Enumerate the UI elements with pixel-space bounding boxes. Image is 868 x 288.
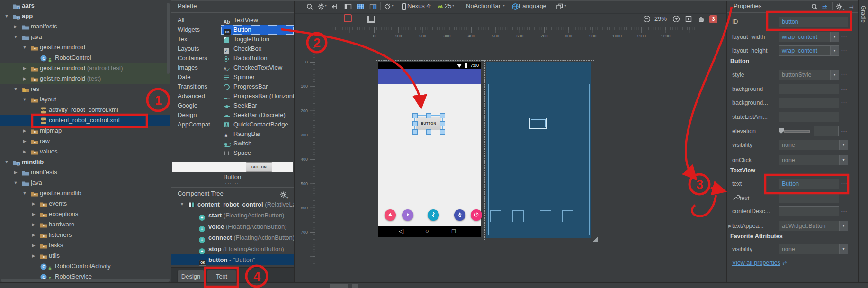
tree-item-java[interactable]: ▼java bbox=[0, 178, 170, 188]
palette-widget-SeekBar (Discrete)[interactable]: SeekBar (Discrete) bbox=[221, 110, 294, 120]
palette-widget-Space[interactable]: Space bbox=[221, 148, 294, 158]
component-stop[interactable]: +stop (FloatingActionButton) bbox=[171, 243, 294, 254]
chevron-right-icon[interactable]: ▶ bbox=[22, 126, 27, 136]
property-field-text[interactable] bbox=[779, 193, 839, 203]
palette-category-Layouts[interactable]: Layouts bbox=[171, 44, 221, 54]
chevron-right-icon[interactable]: ▶ bbox=[13, 21, 18, 32]
selection-handle[interactable] bbox=[412, 121, 418, 126]
dropdown-caret[interactable] bbox=[839, 244, 848, 254]
fab-mic[interactable] bbox=[454, 209, 465, 221]
chevron-right-icon[interactable]: ▶ bbox=[31, 251, 36, 261]
tree-item-RobotControl[interactable]: CRobotControl bbox=[0, 53, 170, 63]
palette-category-AppCompat[interactable]: AppCompat bbox=[171, 120, 221, 129]
chevron-right-icon[interactable]: ▶ bbox=[31, 230, 36, 240]
palette-category-Text[interactable]: Text bbox=[171, 35, 221, 44]
dropdown-caret[interactable] bbox=[839, 221, 848, 231]
chevron-right-icon[interactable]: ▶ bbox=[31, 209, 36, 219]
chevron-down-icon[interactable]: ▼ bbox=[13, 84, 18, 94]
blueprint-mode-icon[interactable] bbox=[369, 3, 377, 11]
component-connect[interactable]: +connect (FloatingActionButton) bbox=[171, 232, 294, 243]
project-tree-hscrollbar[interactable] bbox=[1, 279, 170, 282]
property-field-visibility[interactable]: none bbox=[779, 244, 848, 254]
fab-warning[interactable] bbox=[385, 209, 396, 221]
chevron-right-icon[interactable]: ▶ bbox=[22, 136, 27, 146]
property-field-layout_height[interactable]: wrap_content bbox=[779, 45, 839, 56]
language-selector[interactable]: Language bbox=[519, 2, 546, 9]
palette-category-All[interactable]: All bbox=[171, 16, 221, 25]
property-field-onClick[interactable]: none bbox=[779, 155, 848, 165]
chevron-down-icon[interactable]: ▼ bbox=[13, 32, 18, 42]
selection-handle[interactable] bbox=[440, 121, 445, 126]
tree-item-raw[interactable]: ▶raw bbox=[0, 136, 170, 146]
zoom-in-button[interactable] bbox=[672, 15, 680, 23]
more-options-button[interactable] bbox=[841, 206, 847, 213]
property-field-background[interactable] bbox=[779, 84, 839, 94]
palette-widget-CheckedTextView[interactable]: A✓CheckedTextView bbox=[221, 63, 294, 72]
chevron-right-icon[interactable]: ▶ bbox=[31, 219, 36, 230]
property-field-visibility[interactable]: none bbox=[779, 140, 848, 150]
fab-power[interactable] bbox=[471, 209, 482, 221]
property-field-text[interactable]: Button bbox=[779, 179, 839, 189]
property-field-contentDesc...[interactable] bbox=[779, 206, 839, 216]
orientation-icon[interactable] bbox=[384, 3, 392, 11]
selection-handle[interactable] bbox=[412, 113, 418, 118]
tree-item-manifests[interactable]: ▶manifests bbox=[0, 167, 170, 178]
tree-item-geist.re.mindlib[interactable]: ▼geist.re.mindlib bbox=[0, 188, 170, 198]
blueprint-button-outline[interactable] bbox=[529, 118, 547, 129]
more-options-button[interactable] bbox=[841, 126, 847, 133]
blueprint-surface[interactable] bbox=[486, 62, 591, 238]
tab-design[interactable]: Design bbox=[177, 270, 205, 283]
more-options-button[interactable] bbox=[841, 193, 847, 200]
tree-item-activity_robot_control.xml[interactable]: </>activity_robot_control.xml bbox=[0, 105, 170, 115]
tree-item-hardware[interactable]: ▶hardware bbox=[0, 219, 170, 230]
palette-category-Transitions[interactable]: Transitions bbox=[171, 82, 221, 91]
pin-icon[interactable] bbox=[331, 3, 339, 11]
property-field-background...[interactable] bbox=[779, 98, 839, 108]
more-options-button[interactable] bbox=[841, 45, 847, 53]
tree-item-java[interactable]: ▼java bbox=[0, 32, 170, 42]
gradle-tab[interactable]: Gradle bbox=[860, 6, 867, 23]
chevron-right-icon[interactable]: ▶ bbox=[13, 167, 18, 178]
tree-item-aars[interactable]: aars bbox=[0, 0, 170, 11]
palette-widget-RadioButton[interactable]: RadioButton bbox=[221, 54, 294, 63]
palette-category-Containers[interactable]: Containers bbox=[171, 54, 221, 63]
zoom-fit-button[interactable] bbox=[685, 15, 693, 23]
dropdown-caret[interactable] bbox=[839, 140, 848, 150]
resize-handle[interactable] bbox=[593, 237, 598, 242]
tree-item-RobotControlActivity[interactable]: CRobotControlActivity bbox=[0, 261, 170, 271]
view-all-properties-link[interactable]: View all properties bbox=[732, 260, 780, 266]
component-button[interactable]: OKbutton - "Button" bbox=[171, 254, 294, 265]
tree-item-manifests[interactable]: ▶manifests bbox=[0, 21, 170, 32]
pan-tool-button[interactable] bbox=[697, 15, 705, 23]
selection-handle[interactable] bbox=[412, 129, 418, 135]
fab-bluetooth[interactable] bbox=[428, 209, 439, 221]
property-field-stateListAni...[interactable] bbox=[779, 112, 839, 122]
elevation-value-field[interactable] bbox=[814, 126, 839, 136]
palette-category-Advanced[interactable]: Advanced bbox=[171, 91, 221, 101]
property-field-ID[interactable]: button bbox=[779, 17, 848, 27]
selection-handle[interactable] bbox=[440, 129, 445, 135]
tab-text[interactable]: Text bbox=[206, 270, 237, 283]
component-voice[interactable]: +voice (FloatingActionButton) bbox=[171, 221, 294, 232]
tree-item-events[interactable]: ▶events bbox=[0, 198, 170, 209]
phone-content-area[interactable] bbox=[378, 84, 481, 226]
zoom-out-button[interactable] bbox=[643, 15, 651, 23]
palette-category-Images[interactable]: Images bbox=[171, 63, 221, 72]
tree-item-layout[interactable]: ▼layout bbox=[0, 94, 170, 105]
chevron-down-icon[interactable]: ▼ bbox=[180, 199, 184, 210]
more-options-button[interactable] bbox=[841, 70, 847, 77]
tree-item-utils[interactable]: ▶utils bbox=[0, 251, 170, 261]
tree-item-values[interactable]: ▶values bbox=[0, 146, 170, 157]
gear-icon[interactable] bbox=[317, 3, 325, 11]
palette-widget-RatingBar[interactable]: ★RatingBar bbox=[221, 129, 294, 139]
tree-item-geist.re.mindroid[interactable]: ▶geist.re.mindroid (androidTest) bbox=[0, 63, 170, 73]
chevron-right-icon[interactable]: ▶ bbox=[22, 63, 27, 73]
palette-widget-Plain Text[interactable]: Plain Text bbox=[221, 158, 294, 160]
project-tree-scrollbar[interactable] bbox=[167, 3, 170, 74]
chevron-right-icon[interactable]: ▶ bbox=[22, 73, 27, 84]
error-count-badge[interactable]: 3 bbox=[709, 15, 717, 23]
tree-item-app[interactable]: ▼app bbox=[0, 11, 170, 21]
dropdown-caret[interactable] bbox=[839, 155, 848, 165]
selection-handle[interactable] bbox=[440, 113, 445, 118]
chevron-down-icon[interactable]: ▼ bbox=[22, 42, 27, 53]
